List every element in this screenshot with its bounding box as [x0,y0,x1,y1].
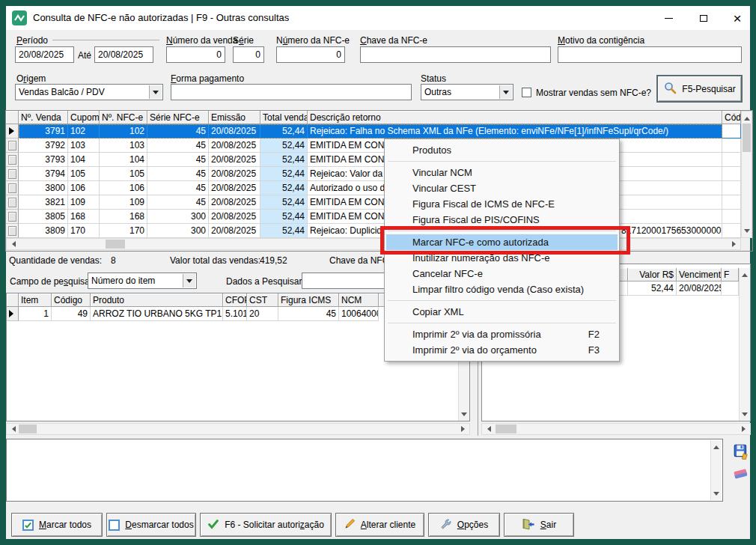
campo-dropdown-button[interactable] [183,274,195,287]
sales-header-desc[interactable]: Descrição retorno [308,111,722,124]
items-header-cfop[interactable]: CFOP [223,293,247,307]
menu-item-imprimir-promissoria[interactable]: Imprimir 2º via da promissóriaF2 [386,326,618,342]
scroll-thumb[interactable] [743,124,751,152]
chave-nfce-field[interactable] [360,46,551,63]
scroll-up-icon[interactable] [742,112,752,122]
items-header-produto[interactable]: Produto [91,293,223,307]
periodo-from-field[interactable]: 20/08/2025 [15,46,74,63]
status-dropdown-button[interactable] [499,85,512,99]
scroll-down-icon[interactable] [711,490,721,500]
sair-button[interactable]: Sair [504,513,574,537]
title-bar[interactable]: Consulta de NFC-e não autorizadas | F9 -… [6,6,750,30]
log-vscrollbar[interactable] [710,440,722,500]
payments-hscrollbar[interactable] [481,423,751,435]
sales-header-cod[interactable]: Cód. [722,111,741,124]
motivo-field[interactable] [558,46,742,63]
menu-item-cancelar-nfce[interactable]: Cancelar NFC-e [386,266,618,281]
save-note-button[interactable] [731,442,751,461]
items-row[interactable]: 1 49 ARROZ TIO URBANO 5KG TP1 5.101 20 4… [7,307,379,321]
menu-item-imprimir-orcamento[interactable]: Imprimir 2º via do orçamentoF3 [386,342,618,358]
menu-item-vincular-cest[interactable]: Vincular CEST [386,180,618,196]
payments-vscrollbar[interactable] [739,268,750,421]
sales-row[interactable]: 3791 102 102 45 20/08/2025 52,44 Rejeica… [6,124,741,138]
scroll-thumb[interactable] [106,240,125,249]
scroll-right-icon[interactable] [740,424,750,434]
items-header-figura[interactable]: Figura ICMS [278,293,339,307]
status-select[interactable]: Outras [421,84,513,100]
campo-pesquisa-select[interactable]: Número do item [88,272,197,289]
alterar-cliente-button[interactable]: Alterar cliente [335,513,424,537]
scroll-right-icon[interactable] [730,239,740,249]
menu-item-vincular-ncm[interactable]: Vincular NCM [386,165,618,180]
status-value: Outras [424,87,451,97]
menu-item-produtos[interactable]: Produtos [386,142,618,158]
menu-item-figura-pis-cofins[interactable]: Figura Fiscal de PIS/COFINS [386,212,618,228]
menu-item-limpar-filtro[interactable]: Limpar filtro código venda (Caso exista) [386,281,618,297]
menu-item-marcar-autorizada[interactable]: Marcar NFC-e como autorizada [386,234,618,250]
numero-venda-field[interactable]: 0 [166,46,225,63]
close-button[interactable] [725,6,749,30]
payments-header-vencimento[interactable]: Vencimento [677,268,722,281]
sales-row[interactable]: 3792 103 103 45 20/08/2025 52,44 EMITIDA… [6,138,741,153]
origem-select[interactable]: Vendas Balcão / PDV [15,84,163,100]
periodo-to-field[interactable]: 20/08/2025 [94,46,153,63]
menu-item-copiar-xml[interactable]: Copiar XML [386,304,618,320]
sales-header-total[interactable]: Total venda [260,111,308,124]
items-hscrollbar[interactable] [6,423,470,435]
scroll-up-icon[interactable] [740,268,749,278]
sales-hscrollbar[interactable] [6,238,741,250]
cell-emissao: 20/08/2025 [209,124,260,138]
scroll-down-icon[interactable] [459,410,469,421]
origem-dropdown-button[interactable] [149,85,162,99]
cell-venda: 3793 [19,153,68,167]
sales-header-emissao[interactable]: Emissão [209,111,260,124]
menu-item-figura-icms[interactable]: Figura Fiscal de ICMS de NFC-E [386,196,618,212]
marcar-todos-button[interactable]: Marcar todos [11,513,103,537]
items-header-cst[interactable]: CST [247,293,278,307]
serie-field[interactable]: 0 [233,46,264,63]
log-textarea[interactable] [6,439,723,502]
items-header-item[interactable]: Item [19,293,52,307]
mostrar-sem-nfce-checkbox[interactable] [522,88,531,97]
items-header-codigo[interactable]: Código [52,293,91,307]
scroll-up-icon[interactable] [711,440,721,451]
payments-header-valor[interactable]: Valor R$ [628,268,677,281]
maximize-button[interactable] [692,6,716,30]
sales-vscrollbar[interactable] [741,111,752,238]
scroll-right-icon[interactable] [459,424,469,434]
forma-pagamento-field[interactable] [171,84,412,100]
sales-row[interactable]: 3809 170 170 300 20/08/2025 52,44 Rejeic… [6,224,741,238]
items-header-ncm[interactable]: NCM [339,293,379,307]
sales-row[interactable]: 3794 105 105 45 20/08/2025 52,44 Rejeica… [6,167,741,181]
menu-item-inutilizar[interactable]: Inutilizar numeração das NFC-e [386,250,618,266]
erase-note-button[interactable] [731,464,751,484]
sales-header-serie[interactable]: Série NFC-e [147,111,209,124]
sales-header-venda[interactable]: Nº. Venda [19,111,68,124]
sales-row[interactable]: 3805 168 168 300 20/08/2025 52,44 EMITID… [6,210,741,224]
minimize-icon [665,18,673,19]
sales-row[interactable]: 3793 104 104 45 20/08/2025 52,44 EMITIDA… [6,153,741,167]
sales-header-row: Nº. Venda Cupom Nº. NFC-e Série NFC-e Em… [6,111,741,124]
serie-label: Série [233,35,254,46]
pencil-icon [344,518,356,532]
origem-value: Vendas Balcão / PDV [19,87,105,97]
f5-pesquisar-button[interactable]: F5-Pesquisar [656,75,743,103]
opcoes-button[interactable]: Opções [428,513,500,537]
scroll-down-icon[interactable] [740,410,749,421]
numero-nfce-field[interactable]: 0 [276,46,345,63]
sales-row[interactable]: 3821 109 109 45 20/08/2025 52,44 EMITIDA… [6,195,741,210]
scroll-left-icon[interactable] [7,424,17,434]
scroll-thumb[interactable] [19,424,37,433]
payments-header-f[interactable]: F [722,268,739,281]
scroll-left-icon[interactable] [482,424,493,434]
desmarcar-todos-button[interactable]: Desmarcar todos [106,513,196,537]
scroll-down-icon[interactable] [742,227,752,237]
minimize-button[interactable] [656,6,680,30]
scroll-left-icon[interactable] [7,239,17,249]
sales-header-nfce[interactable]: Nº. NFC-e [100,111,147,124]
sales-row[interactable]: 3800 106 106 45 20/08/2025 52,44 Autoriz… [6,181,741,195]
scroll-thumb[interactable] [496,424,516,433]
f6-solicitar-autorizacao-button[interactable]: F6 - Solicitar autorização [200,513,332,537]
sales-header-cupom[interactable]: Cupom [68,111,100,124]
cell-serie: 300 [147,224,209,238]
